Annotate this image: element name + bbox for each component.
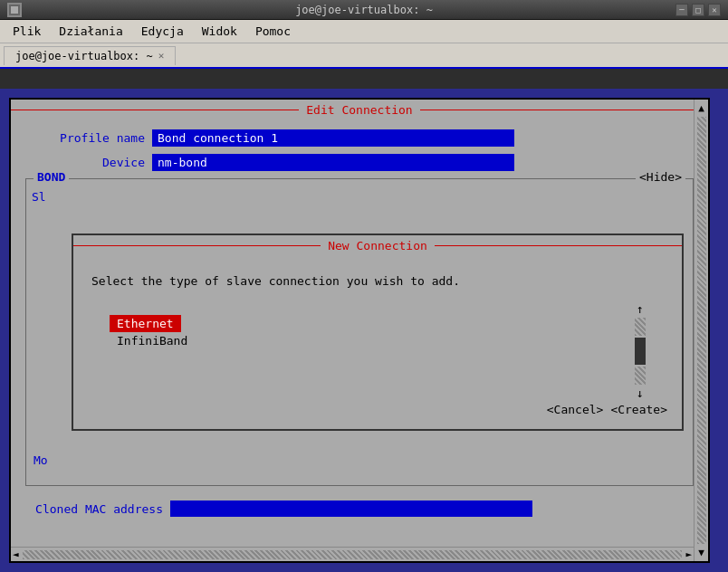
tab-terminal[interactable]: joe@joe-virtualbox: ~ ✕ bbox=[4, 46, 176, 65]
scroll-up-icon[interactable]: ▲ bbox=[698, 101, 704, 115]
new-connection-buttons: <Cancel> <Create> bbox=[547, 403, 667, 416]
menu-actions[interactable]: Działania bbox=[50, 23, 131, 40]
sl-label: Sl bbox=[32, 190, 46, 204]
menu-help[interactable]: Pomoc bbox=[246, 23, 300, 40]
edit-connection-content: Profile name Bond connection 1 Device nm… bbox=[11, 120, 708, 526]
window-title: joe@joe-virtualbox: ~ bbox=[295, 4, 433, 16]
connection-type-ethernet[interactable]: Ethernet bbox=[110, 315, 181, 332]
new-connection-instruction: Select the type of slave connection you … bbox=[91, 274, 664, 288]
menu-bar: Plik Działania Edycja Widok Pomoc bbox=[0, 20, 728, 43]
device-label: Device bbox=[25, 156, 152, 169]
menu-edit[interactable]: Edycja bbox=[132, 23, 193, 40]
dialog-scrollbar: ▲ ▼ bbox=[694, 100, 708, 561]
close-button[interactable]: ✕ bbox=[708, 4, 721, 16]
profile-name-row: Profile name Bond connection 1 bbox=[25, 129, 694, 147]
profile-name-value[interactable]: Bond connection 1 bbox=[152, 129, 514, 147]
bond-hide-button[interactable]: <Hide> bbox=[636, 170, 685, 184]
device-value[interactable]: nm-bond bbox=[152, 154, 514, 171]
tab-label: joe@joe-virtualbox: ~ bbox=[15, 50, 153, 62]
cloned-mac-value[interactable] bbox=[170, 500, 532, 517]
menu-file[interactable]: Plik bbox=[4, 23, 50, 40]
cloned-mac-label: Cloned MAC address bbox=[25, 502, 170, 516]
cancel-button[interactable]: <Cancel> bbox=[547, 403, 604, 416]
edit-connection-title-bar: Edit Connection bbox=[11, 100, 708, 120]
scroll-track bbox=[697, 117, 706, 543]
list-scroll-down-icon[interactable]: ↓ bbox=[637, 386, 644, 400]
terminal-area: Edit Connection Profile name Bond connec… bbox=[0, 89, 728, 572]
new-connection-title: New Connection bbox=[328, 239, 427, 253]
device-row: Device nm-bond bbox=[25, 154, 694, 171]
bond-section: BOND <Hide> Sl New Connection Select bbox=[25, 178, 694, 486]
dialog-bottom-scrollbar: ◄ ► bbox=[11, 547, 694, 561]
title-bar: joe@joe-virtualbox: ~ ─ □ ✕ bbox=[0, 0, 728, 20]
bottom-scroll-track bbox=[23, 550, 683, 559]
profile-name-label: Profile name bbox=[25, 131, 152, 145]
connection-type-list: Ethernet InfiniBand bbox=[110, 315, 195, 349]
minimize-button[interactable]: ─ bbox=[675, 4, 688, 16]
edit-connection-dialog: Edit Connection Profile name Bond connec… bbox=[9, 98, 710, 563]
create-button[interactable]: <Create> bbox=[610, 403, 667, 416]
window-icon bbox=[7, 3, 22, 17]
bond-label: BOND bbox=[34, 170, 69, 184]
edit-connection-title: Edit Connection bbox=[306, 103, 412, 117]
window-controls: ─ □ ✕ bbox=[675, 4, 721, 16]
cloned-mac-row: Cloned MAC address bbox=[25, 500, 694, 517]
list-scroll-up-icon[interactable]: ↑ bbox=[637, 302, 644, 316]
new-connection-body: Select the type of slave connection you … bbox=[73, 256, 682, 358]
scroll-down-icon[interactable]: ▼ bbox=[698, 546, 704, 559]
tab-close-button[interactable]: ✕ bbox=[158, 50, 165, 62]
scroll-right-icon[interactable]: ► bbox=[684, 548, 694, 560]
new-connection-title-bar: New Connection bbox=[73, 235, 682, 256]
svg-rect-1 bbox=[11, 6, 18, 14]
connection-type-infiniband[interactable]: InfiniBand bbox=[110, 332, 195, 349]
tab-bar: joe@joe-virtualbox: ~ ✕ bbox=[0, 43, 728, 69]
scroll-left-icon[interactable]: ◄ bbox=[11, 548, 21, 560]
new-connection-dialog: New Connection Select the type of slave … bbox=[72, 234, 684, 431]
menu-view[interactable]: Widok bbox=[193, 23, 246, 40]
maximize-button[interactable]: □ bbox=[692, 4, 704, 16]
mo-label: Mo bbox=[34, 453, 48, 467]
